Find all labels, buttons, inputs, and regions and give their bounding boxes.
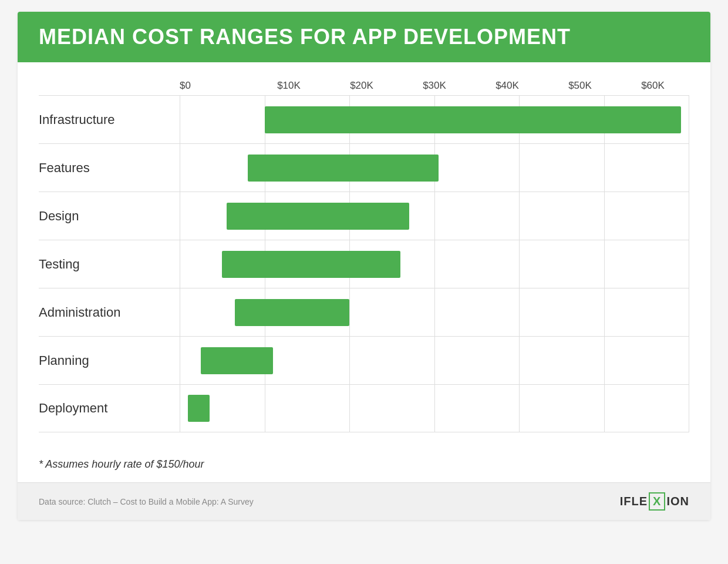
row-label-5: Planning — [39, 353, 180, 368]
axis-label-3: $30K — [398, 80, 471, 92]
axis-label-2: $20K — [325, 80, 398, 92]
bar-container-1 — [180, 144, 689, 192]
axis-label-1: $10K — [252, 80, 325, 92]
bar-container-5 — [180, 337, 689, 384]
logo-right: ION — [666, 495, 689, 508]
main-card: MEDIAN COST RANGES FOR APP DEVELOPMENT $… — [18, 12, 710, 520]
bar-0 — [265, 106, 681, 133]
row-label-2: Design — [39, 209, 180, 224]
chart-title: MEDIAN COST RANGES FOR APP DEVELOPMENT — [39, 25, 689, 49]
row-label-3: Testing — [39, 257, 180, 272]
chart-row: Administration — [39, 288, 689, 336]
chart-row: Infrastructure — [39, 95, 689, 143]
chart-row: Deployment — [39, 384, 689, 432]
footnote: * Assumes hourly rate of $150/hour — [18, 444, 710, 476]
data-source: Data source: Clutch – Cost to Build a Mo… — [39, 497, 254, 506]
row-label-1: Features — [39, 160, 180, 176]
chart-row: Planning — [39, 336, 689, 384]
row-label-6: Deployment — [39, 401, 180, 416]
chart-row: Testing — [39, 240, 689, 288]
axis-label-6: $60K — [616, 80, 689, 92]
bar-2 — [227, 203, 409, 230]
bar-6 — [188, 395, 209, 422]
logo: IFLE X ION — [620, 492, 689, 511]
bar-container-4 — [180, 288, 689, 336]
axis-label-5: $50K — [544, 80, 616, 92]
bar-5 — [201, 347, 273, 374]
axis-label-4: $40K — [471, 80, 544, 92]
footer: Data source: Clutch – Cost to Build a Mo… — [18, 482, 710, 520]
bar-1 — [248, 155, 439, 182]
axis-label-0: $0 — [180, 80, 252, 92]
bar-container-6 — [180, 385, 689, 432]
bar-container-0 — [180, 96, 689, 143]
chart-row: Design — [39, 192, 689, 240]
chart-area: $0$10K$20K$30K$40K$50K$60K Infrastructur… — [18, 62, 710, 444]
axis-row: $0$10K$20K$30K$40K$50K$60K — [180, 80, 689, 92]
row-label-0: Infrastructure — [39, 112, 180, 127]
chart-header: MEDIAN COST RANGES FOR APP DEVELOPMENT — [18, 12, 710, 62]
row-label-4: Administration — [39, 305, 180, 320]
logo-left: IFLE — [620, 495, 648, 508]
chart-body: InfrastructureFeaturesDesignTestingAdmin… — [39, 95, 689, 432]
chart-row: Features — [39, 143, 689, 192]
bar-container-3 — [180, 240, 689, 288]
bar-3 — [222, 251, 400, 278]
logo-box: X — [649, 492, 665, 511]
bar-4 — [235, 299, 349, 326]
bar-container-2 — [180, 192, 689, 240]
